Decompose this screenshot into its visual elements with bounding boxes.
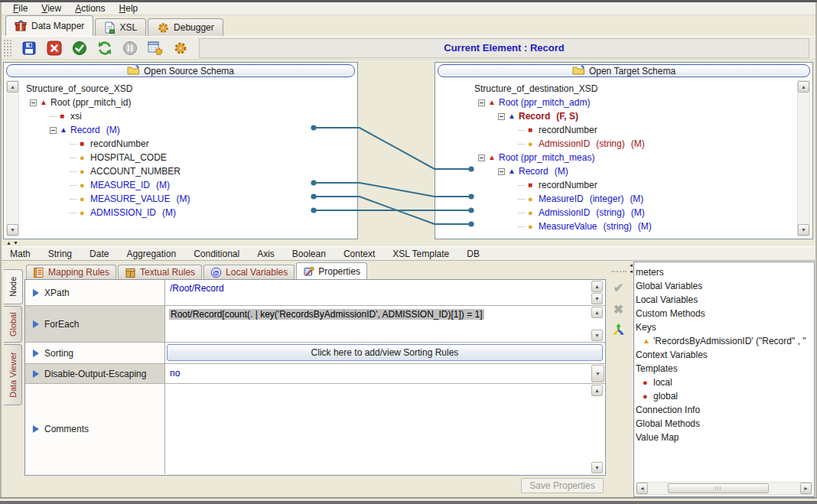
explorer-item[interactable]: Connection Info bbox=[635, 403, 813, 417]
save-properties-button[interactable]: Save Properties bbox=[521, 478, 604, 493]
explorer-item[interactable]: meters bbox=[635, 265, 813, 279]
scrollbar-thumb[interactable] bbox=[668, 483, 769, 493]
tree-node[interactable]: ▲Record(F, S) bbox=[436, 109, 812, 123]
explorer-item[interactable]: Local Variables bbox=[635, 293, 813, 307]
open-target-schema-button[interactable]: Open Target Schema bbox=[438, 64, 810, 77]
tab-label: Textual Rules bbox=[140, 267, 195, 278]
explorer-item[interactable]: Value Map bbox=[635, 431, 813, 444]
tree-node[interactable]: ▲Record(M) bbox=[5, 123, 356, 137]
tree-node[interactable]: ●HOSPITAL_CODE bbox=[5, 151, 356, 164]
dropdown-arrow-icon[interactable] bbox=[591, 365, 604, 382]
tree-node[interactable]: ●MEASURE_VALUE(M) bbox=[5, 192, 356, 206]
tab-mapping-rules[interactable]: Mapping Rules bbox=[26, 265, 116, 279]
tree-node[interactable]: Structure_of_source_XSD bbox=[5, 82, 356, 96]
tree-node[interactable]: ●AdmissionID(string)(M) bbox=[436, 137, 812, 151]
folder-open-icon bbox=[572, 65, 585, 77]
explorer-item[interactable]: ●local bbox=[635, 376, 813, 389]
menu-view[interactable]: View bbox=[34, 3, 68, 14]
explorer-hscrollbar[interactable] bbox=[636, 482, 812, 495]
function-category-boolean[interactable]: Boolean bbox=[292, 249, 326, 259]
scroll-down-icon[interactable] bbox=[591, 462, 603, 473]
tree-expander-icon[interactable] bbox=[478, 99, 485, 106]
tree-node[interactable]: ■recordNumber bbox=[5, 137, 356, 151]
open-source-schema-button[interactable]: Open Source Schema bbox=[6, 64, 355, 77]
drag-handle-icon[interactable] bbox=[611, 271, 627, 273]
settings-button[interactable] bbox=[169, 37, 192, 58]
function-category-conditional[interactable]: Conditional bbox=[194, 249, 239, 259]
function-category-axis[interactable]: Axis bbox=[257, 249, 275, 259]
function-category-context[interactable]: Context bbox=[343, 249, 375, 259]
function-category-xsl-template[interactable]: XSL Template bbox=[392, 249, 449, 259]
function-category-string[interactable]: String bbox=[48, 249, 72, 259]
tree-node[interactable]: ●MeasureID(integer)(M) bbox=[436, 192, 812, 206]
scroll-down-icon[interactable] bbox=[591, 330, 603, 341]
menu-file[interactable]: File bbox=[6, 3, 34, 14]
doe-dropdown[interactable]: no bbox=[165, 364, 605, 382]
branch-arrow-icon[interactable] bbox=[611, 323, 626, 339]
explorer-item[interactable]: Templates bbox=[635, 362, 813, 376]
xpath-input[interactable]: /Root/Record bbox=[165, 280, 605, 297]
scroll-right-icon[interactable] bbox=[800, 483, 812, 494]
tree-node[interactable]: ▲Root (ppr_mitch_adm) bbox=[436, 96, 812, 109]
explorer-item[interactable]: Global Methods bbox=[635, 417, 813, 431]
explorer-item-label: Global Variables bbox=[636, 279, 702, 293]
function-category-db[interactable]: DB bbox=[467, 249, 480, 259]
tab-debugger[interactable]: Debugger bbox=[148, 18, 223, 36]
validate-button[interactable] bbox=[68, 37, 91, 58]
discard-x-icon[interactable]: ✖ bbox=[614, 304, 623, 316]
tree-node[interactable]: ▲Root (ppr_mitch_id) bbox=[5, 96, 356, 109]
tree-node[interactable]: ●MEASURE_ID(M) bbox=[5, 178, 356, 192]
tab-data-mapper[interactable]: Data Mapper bbox=[5, 15, 93, 36]
tab-properties[interactable]: Properties bbox=[296, 262, 367, 279]
apply-check-icon[interactable]: ✔ bbox=[614, 282, 623, 294]
tree-node[interactable]: ●MeasureValue(string)(M) bbox=[436, 219, 812, 233]
side-tab-global[interactable]: Global bbox=[4, 306, 22, 343]
toolbar-grip[interactable] bbox=[3, 39, 13, 57]
tree-node[interactable]: ▲Record(M) bbox=[436, 164, 812, 178]
tree-node[interactable]: Structure_of_destination_XSD bbox=[436, 82, 812, 96]
function-category-math[interactable]: Math bbox=[10, 249, 31, 259]
tree-node[interactable]: ●AdmissionID(string)(M) bbox=[436, 206, 812, 219]
tree-node[interactable]: ●ADMISSION_ID(M) bbox=[5, 206, 356, 219]
explorer-item[interactable]: ▲'RecordsByAdmissionID' ("Record" , " bbox=[635, 334, 813, 348]
tree-node[interactable]: ■xsi bbox=[5, 109, 356, 123]
tree-node[interactable]: ●ACCOUNT_NUMBER bbox=[5, 164, 356, 178]
tree-node[interactable]: ▲Root (ppr_mitch_meas) bbox=[436, 151, 812, 164]
explorer-item[interactable]: Context Variables bbox=[635, 348, 813, 362]
refresh-button[interactable] bbox=[93, 37, 116, 58]
horizontal-splitter[interactable]: ▲▼ bbox=[2, 240, 815, 246]
sorting-rules-button[interactable]: Click here to add/view Sorting Rules bbox=[167, 344, 603, 361]
function-category-aggregation[interactable]: Aggregation bbox=[126, 249, 176, 259]
tree-expander-icon[interactable] bbox=[50, 127, 57, 134]
comments-input[interactable] bbox=[165, 384, 605, 390]
scroll-up-icon[interactable] bbox=[591, 307, 603, 318]
tree-node[interactable]: ■recordNumber bbox=[436, 178, 812, 192]
map-settings-button[interactable] bbox=[144, 37, 167, 58]
menu-help[interactable]: Help bbox=[112, 3, 145, 14]
function-category-date[interactable]: Date bbox=[90, 249, 109, 259]
side-tab-data-viewer[interactable]: Data Viewer bbox=[4, 344, 22, 405]
spin-down-icon[interactable] bbox=[591, 293, 603, 304]
tab-textual-rules[interactable]: Textual Rules bbox=[118, 265, 202, 279]
side-tab-node[interactable]: Node bbox=[4, 269, 23, 304]
menu-actions[interactable]: Actions bbox=[68, 3, 112, 14]
tree-expander-icon[interactable] bbox=[30, 99, 37, 106]
tree-expander-icon[interactable] bbox=[498, 113, 505, 120]
splitter-handle-icon[interactable]: ▲▼ bbox=[6, 240, 20, 245]
explorer-item[interactable]: Global Variables bbox=[635, 279, 813, 293]
scroll-up-icon[interactable] bbox=[591, 385, 603, 396]
tab-local-variables[interactable]: @Local Variables bbox=[203, 265, 295, 279]
tree-expander-icon[interactable] bbox=[498, 168, 505, 175]
foreach-input[interactable]: Root/Record[count(. | key('RecordsByAdmi… bbox=[169, 309, 484, 320]
tree-expander-icon[interactable] bbox=[478, 154, 485, 161]
tab-xsl[interactable]: XSL bbox=[95, 18, 146, 36]
scroll-left-icon[interactable] bbox=[636, 483, 648, 494]
spin-up-icon[interactable] bbox=[591, 281, 603, 292]
explorer-item[interactable]: Keys bbox=[635, 320, 813, 334]
explorer-item[interactable]: ●global bbox=[635, 389, 813, 403]
cancel-button[interactable] bbox=[43, 37, 66, 58]
explorer-item[interactable]: Custom Methods bbox=[635, 307, 813, 320]
stop-button[interactable] bbox=[119, 37, 142, 58]
tree-node[interactable]: ■recordNumber bbox=[436, 123, 812, 137]
save-button[interactable] bbox=[18, 37, 41, 58]
